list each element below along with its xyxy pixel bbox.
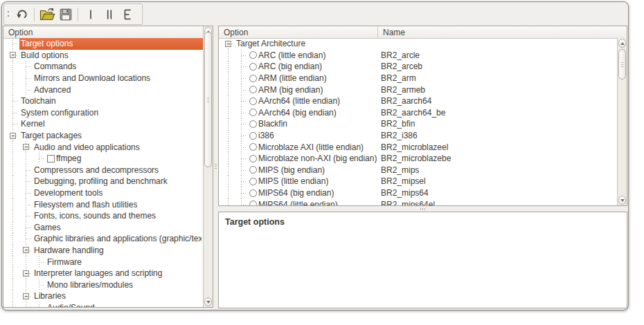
radio-icon[interactable] [249,143,257,151]
tree-row[interactable]: ARC (big endian) BR2_arceb [219,61,617,73]
row-hit-area[interactable]: Toolchain [19,95,203,107]
scroll-up-button[interactable] [618,39,626,48]
tree-row[interactable]: Target packages [3,130,203,142]
full-view-button[interactable] [118,6,137,24]
tree-row[interactable]: Audio and video applications [3,141,203,153]
tree-row[interactable]: Kernel [3,118,203,130]
row-hit-area[interactable]: Kernel [19,118,203,130]
tree-row[interactable]: Advanced [3,84,203,95]
row-hit-area[interactable]: Debugging, profiling and benchmark [33,176,203,187]
radio-icon[interactable] [249,166,257,174]
tree-row[interactable]: i386 BR2_i386 [219,130,617,142]
tree-row[interactable]: Blackfin BR2_bfin [219,118,617,130]
row-hit-area[interactable]: Libraries [33,290,203,302]
tree-row[interactable]: Graphic libraries and applications (grap… [3,233,203,245]
tree-row[interactable]: MIPS (little endian) BR2_mipsel [219,176,617,187]
row-hit-area[interactable]: Games [33,222,203,234]
vertical-splitter[interactable] [213,26,218,308]
radio-icon[interactable] [249,189,257,197]
toolbar-grip-handle[interactable] [7,10,10,19]
tree-row[interactable]: MIPS64 (big endian) BR2_mips64 [219,187,617,199]
row-hit-area[interactable]: Mono libraries/modules [46,279,203,290]
row-hit-area[interactable]: Development tools [33,187,203,199]
row-hit-area[interactable]: ffmpeg [46,153,203,165]
tree-row[interactable]: Microblaze AXI (little endian) BR2_micro… [219,141,617,153]
radio-icon[interactable] [249,201,257,205]
tree-row[interactable]: Mono libraries/modules [3,279,203,290]
row-hit-area[interactable]: Firmware [46,256,203,268]
row-hit-area[interactable]: ARM (little endian) [248,73,617,84]
radio-icon[interactable] [249,98,257,105]
row-hit-area[interactable]: Build options [19,50,203,62]
row-hit-area[interactable]: AArch64 (little endian) [248,95,617,107]
tree-row[interactable]: AArch64 (little endian) BR2_aarch64 [219,95,617,107]
tree-row[interactable]: Audio/Sound [3,302,203,307]
row-hit-area[interactable]: Commands [33,61,203,73]
radio-icon[interactable] [249,51,257,59]
checkbox-icon[interactable] [47,155,55,162]
scrollbar-thumb[interactable] [618,49,626,80]
tree-row[interactable]: MIPS (big endian) BR2_mips [219,165,617,176]
row-hit-area[interactable]: Graphic libraries and applications (grap… [33,233,203,245]
tree-row[interactable]: Filesystem and flash utilities [3,198,203,210]
back-button[interactable] [12,6,31,24]
scroll-down-button[interactable] [618,196,626,205]
row-hit-area[interactable]: ARC (little endian) [248,50,617,62]
scroll-down-button[interactable] [204,297,212,306]
row-hit-area[interactable]: Target packages [19,130,203,142]
tree-row[interactable]: Development tools [3,187,203,199]
tree-row[interactable]: Hardware handling [3,245,203,257]
tree-row[interactable]: ARM (big endian) BR2_armeb [219,84,617,95]
row-hit-area[interactable]: Hardware handling [33,245,203,257]
row-hit-area[interactable]: MIPS (little endian) [248,176,617,187]
row-hit-area[interactable]: MIPS64 (big endian) [248,187,617,199]
row-hit-area[interactable]: System configuration [19,107,203,119]
scrollbar-thumb[interactable] [204,32,212,167]
tree-row[interactable]: Libraries [3,290,203,302]
tree-row[interactable]: Games [3,222,203,234]
open-config-button[interactable] [37,6,56,24]
split-view-button[interactable] [100,6,118,24]
radio-icon[interactable] [249,178,257,185]
single-view-button[interactable] [81,6,100,24]
radio-icon[interactable] [249,63,257,71]
expander-minus-icon[interactable] [23,293,29,299]
row-hit-area[interactable]: Compressors and decompressors [33,165,203,176]
left-vertical-scrollbar[interactable] [203,26,213,307]
radio-icon[interactable] [249,132,257,140]
radio-icon[interactable] [249,155,257,162]
row-hit-area[interactable]: Blackfin [248,118,617,130]
row-hit-area[interactable]: Mirrors and Download locations [33,73,203,84]
right-vertical-scrollbar[interactable] [617,38,627,205]
horizontal-splitter[interactable] [218,206,627,212]
row-hit-area[interactable]: Interpreter languages and scripting [33,268,203,279]
tree-row[interactable]: Debugging, profiling and benchmark [3,176,203,187]
tree-row[interactable]: Interpreter languages and scripting [3,268,203,279]
row-hit-area[interactable]: Target options [19,38,203,50]
row-hit-area[interactable]: MIPS (big endian) [248,165,617,176]
tree-row[interactable]: Commands [3,61,203,73]
radio-icon[interactable] [249,109,257,116]
tree-row[interactable]: Firmware [3,256,203,268]
radio-icon[interactable] [249,120,257,128]
row-hit-area[interactable]: ARM (big endian) [248,84,617,95]
tree-row[interactable]: AArch64 (big endian) BR2_aarch64_be [219,107,617,119]
row-hit-area[interactable]: Target Architecture [235,38,617,50]
row-hit-area[interactable]: Audio/Sound [46,302,203,307]
tree-row[interactable]: Build options [3,50,203,62]
row-hit-area[interactable]: Fonts, icons, sounds and themes [33,210,203,222]
tree-row[interactable]: ffmpeg [3,153,203,165]
tree-row[interactable]: Fonts, icons, sounds and themes [3,210,203,222]
row-hit-area[interactable]: ARC (big endian) [248,61,617,73]
row-hit-area[interactable]: Filesystem and flash utilities [33,198,203,210]
expander-minus-icon[interactable] [23,247,29,253]
tree-row[interactable]: Target Architecture [219,38,617,50]
tree-row[interactable]: System configuration [3,107,203,119]
expander-minus-icon[interactable] [10,133,16,139]
tree-row[interactable]: Target options [3,38,203,50]
expander-minus-icon[interactable] [225,41,231,47]
expander-minus-icon[interactable] [23,144,29,150]
tree-row[interactable]: MIPS64 (little endian) BR2_mips64el [219,198,617,205]
radio-icon[interactable] [249,75,257,82]
radio-icon[interactable] [249,86,257,93]
